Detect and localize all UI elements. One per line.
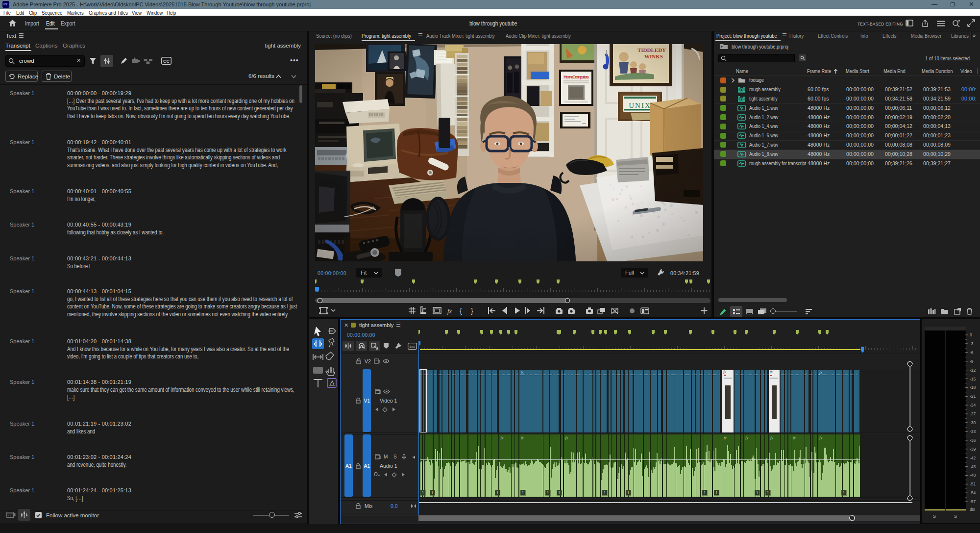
svg-text:1: 1: [704, 490, 706, 495]
svg-text:-39: -39: [970, 447, 976, 452]
svg-text:1: 1: [756, 490, 759, 495]
svg-text:-21: -21: [970, 394, 976, 399]
svg-text:-45: -45: [970, 464, 976, 469]
svg-text:-48: -48: [970, 473, 976, 478]
svg-text:1: 1: [843, 490, 845, 495]
svg-text:}: }: [471, 307, 473, 315]
svg-text:-3: -3: [970, 341, 974, 346]
svg-text:-15: -15: [970, 377, 976, 381]
svg-text:1: 1: [558, 490, 561, 495]
svg-text:1: 1: [522, 490, 524, 495]
svg-text:CC: CC: [163, 59, 170, 64]
svg-text:dB: dB: [970, 507, 975, 512]
svg-text:fx: fx: [745, 436, 748, 440]
svg-text:-42: -42: [970, 456, 976, 460]
svg-text:fx: fx: [447, 307, 452, 315]
svg-text:-30: -30: [970, 420, 976, 425]
svg-text:1: 1: [715, 490, 718, 495]
svg-text:-54: -54: [970, 490, 976, 495]
svg-text:1: 1: [767, 490, 769, 495]
svg-text:1: 1: [604, 490, 606, 495]
svg-text:1: 1: [496, 490, 499, 495]
svg-text:0: 0: [970, 332, 972, 337]
svg-text:fx: fx: [521, 436, 524, 440]
svg-text:1: 1: [547, 490, 549, 495]
svg-text:fx: fx: [724, 436, 727, 440]
svg-text:-24: -24: [970, 403, 976, 407]
svg-text:1: 1: [627, 490, 630, 495]
svg-text:-33: -33: [970, 429, 976, 434]
svg-text:-12: -12: [970, 368, 976, 373]
svg-text:-18: -18: [970, 385, 976, 390]
svg-text:1: 1: [431, 490, 434, 495]
svg-text:-51: -51: [970, 482, 976, 486]
svg-text:fx: fx: [521, 370, 524, 375]
svg-text:1: 1: [422, 490, 424, 495]
svg-text:-36: -36: [970, 438, 976, 443]
svg-text:fx: fx: [793, 436, 796, 440]
svg-text:-9: -9: [970, 359, 974, 364]
svg-text:CC: CC: [410, 345, 416, 349]
svg-text:fx: fx: [819, 370, 822, 375]
svg-text:-57: -57: [970, 499, 976, 504]
svg-text:fx: fx: [819, 436, 822, 440]
svg-text:fx: fx: [770, 370, 773, 374]
svg-text:-27: -27: [970, 411, 976, 416]
svg-text:{: {: [460, 307, 462, 315]
svg-text:-6: -6: [970, 350, 974, 355]
svg-text:fx: fx: [565, 436, 568, 440]
svg-text:fx: fx: [723, 370, 726, 374]
svg-text:fx: fx: [770, 436, 773, 440]
svg-text:fx: fx: [501, 436, 504, 440]
